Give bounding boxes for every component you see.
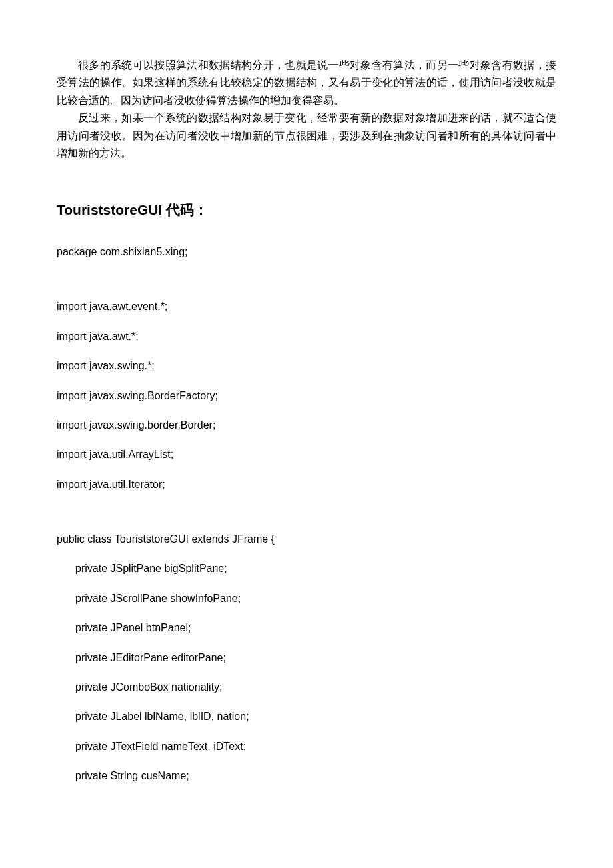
field-declaration: private JComboBox nationality; (57, 680, 556, 695)
class-declaration: public class TouriststoreGUI extends JFr… (57, 532, 556, 547)
field-declaration: private JScrollPane showInfoPane; (57, 591, 556, 606)
section-heading: TouriststoreGUI 代码： (57, 199, 556, 221)
import-statement: import java.util.Iterator; (57, 477, 556, 492)
import-statement: import javax.swing.border.Border; (57, 418, 556, 433)
import-statement: import java.awt.*; (57, 329, 556, 344)
blank-line (57, 507, 556, 532)
intro-paragraph-1: 很多的系统可以按照算法和数据结构分开，也就是说一些对象含有算法，而另一些对象含有… (57, 57, 556, 109)
import-statement: import java.awt.event.*; (57, 299, 556, 314)
field-declaration: private JLabel lblName, lblID, nation; (57, 709, 556, 724)
import-statement: import javax.swing.*; (57, 359, 556, 373)
field-declaration: private JTextField nameText, iDText; (57, 739, 556, 754)
import-statement: import java.util.ArrayList; (57, 447, 556, 462)
intro-paragraph-2: 反过来，如果一个系统的数据结构对象易于变化，经常要有新的数据对象增加进来的话，就… (57, 109, 556, 162)
field-declaration: private JEditorPane editorPane; (57, 651, 556, 665)
package-statement: package com.shixian5.xing; (57, 245, 556, 259)
import-statement: import javax.swing.BorderFactory; (57, 389, 556, 403)
field-declaration: private JSplitPane bigSplitPane; (57, 561, 556, 576)
blank-line (57, 274, 556, 299)
field-declaration: private String cusName; (57, 769, 556, 783)
code-block: package com.shixian5.xing; import java.a… (57, 245, 556, 784)
field-declaration: private JPanel btnPanel; (57, 621, 556, 635)
